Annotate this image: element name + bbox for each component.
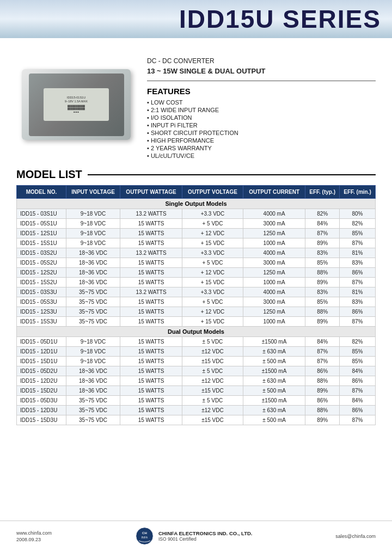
product-subtitle1: DC - DC CONVERTER [147,57,376,65]
data-cell: 15 WATTS [120,337,182,347]
model-cell: IDD15 - 15D2U [17,386,66,396]
data-cell: 81% [340,287,376,297]
data-cell: 15 WATTS [120,268,182,278]
data-cell: 18~36 VDC [66,366,120,376]
table-row: IDD15 - 15D1U9~18 VDC15 WATTS±15 VDC± 50… [17,357,376,366]
feature-item: SHORT CIRCUIT PROTECTION [147,130,376,136]
data-cell: +3.3 VDC [182,209,243,219]
data-cell: ±15 VDC [182,415,243,425]
features-list: LOW COST 2:1 WIDE INPUT RANGE I/O ISOLAT… [147,99,376,159]
data-cell: 89% [305,238,340,248]
model-table: MODEL NO. INPUT VOLTAGE OUTPUT WATTAGE O… [16,185,376,425]
svg-text:CH: CH [142,531,147,535]
data-cell: 85% [340,357,376,366]
table-row: IDD15 - 03S1U9~18 VDC13.2 WATTS+3.3 VDC4… [17,209,376,219]
table-header-row: MODEL NO. INPUT VOLTAGE OUTPUT WATTAGE O… [17,186,376,199]
data-cell: 18~36 VDC [66,248,120,258]
col-model: MODEL NO. [17,186,66,199]
data-cell: 89% [305,317,340,327]
data-cell: 15 WATTS [120,415,182,425]
feature-item: 2 YEARS WARRANTY [147,145,376,151]
data-cell: 81% [340,248,376,258]
data-cell: + 5 VDC [182,219,243,229]
table-row: IDD15 - 15S2U18~36 VDC15 WATTS+ 15 VDC10… [17,278,376,287]
model-cell: IDD15 - 12D2U [17,376,66,386]
data-cell: 83% [340,258,376,268]
data-cell: 9~18 VDC [66,238,120,248]
data-cell: 3000 mA [243,258,305,268]
data-cell: ±15 VDC [182,357,243,366]
data-cell: + 12 VDC [182,229,243,238]
data-cell: 87% [305,347,340,357]
table-row: IDD15 - 12S2U18~36 VDC15 WATTS+ 12 VDC12… [17,268,376,278]
table-row: IDD15 - 03S2U18~36 VDC13.2 WATTS+3.3 VDC… [17,248,376,258]
data-cell: 88% [305,268,340,278]
product-image-box: IDD15-01S1U 9~18V 1.5A MAX ▓▓▓▓▓▓▓▓▓▓▓ ▓… [22,69,131,140]
table-row: IDD15 - 15D2U18~36 VDC15 WATTS±15 VDC± 5… [17,386,376,396]
data-cell: + 15 VDC [182,317,243,327]
top-section: IDD15-01S1U 9~18V 1.5A MAX ▓▓▓▓▓▓▓▓▓▓▓ ▓… [16,49,376,160]
data-cell: 3000 mA [243,219,305,229]
data-cell: ±1500 mA [243,337,305,347]
feature-item: UL/cUL/TUV/CE [147,152,376,159]
model-list-line [88,174,376,175]
table-row: IDD15 - 05S2U18~36 VDC15 WATTS+ 5 VDC300… [17,258,376,268]
data-cell: 9~18 VDC [66,229,120,238]
model-cell: IDD15 - 15D3U [17,415,66,425]
data-cell: 89% [305,278,340,287]
data-cell: ±12 VDC [182,406,243,415]
data-cell: ± 500 mA [243,357,305,366]
data-cell: 15 WATTS [120,396,182,406]
data-cell: 9~18 VDC [66,219,120,229]
col-output-current: OUTPUT CURRENT [243,186,305,199]
data-cell: ± 630 mA [243,376,305,386]
features-title: FEATURES [147,87,376,96]
data-cell: 13.2 WATTS [120,248,182,258]
data-cell: ±1500 mA [243,396,305,406]
footer-email: sales@chinfa.com [335,534,376,539]
col-output-wattage: OUTPUT WATTAGE [120,186,182,199]
product-image-container: IDD15-01S1U 9~18V 1.5A MAX ▓▓▓▓▓▓▓▓▓▓▓ ▓… [16,49,136,160]
feature-item: INPUT Pi FILTER [147,122,376,128]
data-cell: + 15 VDC [182,238,243,248]
data-cell: 35~75 VDC [66,317,120,327]
data-cell: + 5 VDC [182,297,243,307]
model-cell: IDD15 - 03S1U [17,209,66,219]
data-cell: ± 630 mA [243,347,305,357]
section-dual: Dual Output Models [17,327,376,337]
product-info: DC - DC CONVERTER 13 ~ 15W SINGLE & DUAL… [147,49,376,160]
product-label: IDD15-01S1U 9~18V 1.5A MAX ▓▓▓▓▓▓▓▓▓▓▓ ▓… [44,88,109,121]
data-cell: 35~75 VDC [66,287,120,297]
data-cell: 15 WATTS [120,376,182,386]
footer-company-name: CHINFA ELECTRONICS IND. CO., LTD. [158,530,253,536]
data-cell: 84% [340,366,376,376]
data-cell: +3.3 VDC [182,287,243,297]
col-eff-typ: EFF. (typ.) [305,186,340,199]
table-row: IDD15 - 05S3U35~75 VDC15 WATTS+ 5 VDC300… [17,297,376,307]
model-cell: IDD15 - 05D3U [17,396,66,406]
data-cell: 87% [305,229,340,238]
data-cell: 88% [305,376,340,386]
data-cell: 80% [340,209,376,219]
data-cell: 83% [305,248,340,258]
data-cell: + 5 VDC [182,258,243,268]
model-cell: IDD15 - 05S2U [17,258,66,268]
model-cell: IDD15 - 15D1U [17,357,66,366]
data-cell: ± 500 mA [243,386,305,396]
product-image-inner: IDD15-01S1U 9~18V 1.5A MAX ▓▓▓▓▓▓▓▓▓▓▓ ▓… [29,74,124,136]
data-cell: 13.2 WATTS [120,209,182,219]
table-row: IDD15 - 05D1U9~18 VDC15 WATTS± 5 VDC±150… [17,337,376,347]
footer-left: www.chinfa.com 2008.09.23 [16,530,52,542]
data-cell: 15 WATTS [120,278,182,287]
data-cell: 86% [340,268,376,278]
data-cell: 4000 mA [243,209,305,219]
data-cell: 84% [340,396,376,406]
model-cell: IDD15 - 12S1U [17,229,66,238]
model-cell: IDD15 - 15S1U [17,238,66,248]
data-cell: 85% [340,347,376,357]
data-cell: 83% [305,287,340,297]
table-row: IDD15 - 12D3U35~75 VDC15 WATTS±12 VDC± 6… [17,406,376,415]
data-cell: 15 WATTS [120,366,182,376]
data-cell: 15 WATTS [120,347,182,357]
data-cell: 9~18 VDC [66,357,120,366]
